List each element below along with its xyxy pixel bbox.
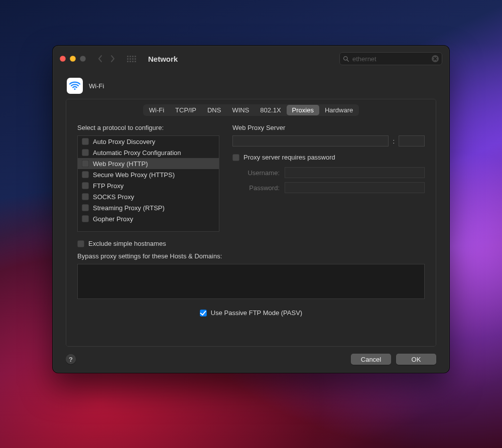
protocol-row[interactable]: Gopher Proxy <box>78 213 219 224</box>
sheet: Wi-Fi Wi-FiTCP/IPDNSWINS802.1XProxiesHar… <box>53 72 449 373</box>
settings-panel: Wi-FiTCP/IPDNSWINS802.1XProxiesHardware … <box>66 99 436 347</box>
window-controls <box>60 56 86 62</box>
ok-button[interactable]: OK <box>396 354 436 365</box>
forward-button[interactable] <box>110 55 115 63</box>
search-icon <box>343 56 349 62</box>
exclude-hostnames-checkbox[interactable] <box>77 240 84 247</box>
protocol-row[interactable]: FTP Proxy <box>78 180 219 191</box>
protocol-checkbox[interactable] <box>82 138 89 145</box>
protocol-checkbox[interactable] <box>82 160 89 167</box>
exclude-hostnames-row[interactable]: Exclude simple hostnames <box>77 240 425 247</box>
password-label: Password: <box>232 184 280 192</box>
server-row: : <box>232 135 425 146</box>
protocol-checkbox[interactable] <box>82 171 89 178</box>
proxy-port-field[interactable] <box>399 135 425 146</box>
search-value: ethernet <box>352 55 429 63</box>
protocol-heading: Select a protocol to configure: <box>77 124 219 131</box>
search-field[interactable]: ethernet <box>339 52 442 65</box>
show-all-button[interactable] <box>127 55 136 62</box>
password-row: Password: <box>232 182 425 193</box>
protocol-row[interactable]: Streaming Proxy (RTSP) <box>78 202 219 213</box>
pasv-row[interactable]: Use Passive FTP Mode (PASV) <box>77 309 425 317</box>
pasv-checkbox[interactable] <box>200 310 207 317</box>
requires-password-label: Proxy server requires password <box>243 154 335 161</box>
protocol-checkbox[interactable] <box>82 204 89 211</box>
requires-password-row[interactable]: Proxy server requires password <box>232 154 425 161</box>
protocol-label: Web Proxy (HTTP) <box>93 160 148 168</box>
tab-dns[interactable]: DNS <box>202 105 226 115</box>
clear-search-button[interactable] <box>432 55 439 62</box>
svg-point-2 <box>74 88 75 90</box>
protocol-row[interactable]: Auto Proxy Discovery <box>78 136 219 147</box>
nav-buttons <box>98 55 115 63</box>
protocol-label: Gopher Proxy <box>93 215 133 223</box>
back-button[interactable] <box>98 55 103 63</box>
protocol-row[interactable]: SOCKS Proxy <box>78 191 219 202</box>
protocol-row[interactable]: Web Proxy (HTTP) <box>78 158 219 169</box>
svg-line-1 <box>347 60 348 61</box>
cancel-button[interactable]: Cancel <box>351 354 391 365</box>
zoom-window-button[interactable] <box>80 56 86 62</box>
protocol-checkbox[interactable] <box>82 215 89 222</box>
pasv-label: Use Passive FTP Mode (PASV) <box>211 309 302 317</box>
requires-password-checkbox[interactable] <box>232 154 239 161</box>
protocol-label: Auto Proxy Discovery <box>93 138 155 145</box>
server-heading: Web Proxy Server <box>232 124 425 131</box>
columns: Select a protocol to configure: Auto Pro… <box>77 124 425 232</box>
exclude-hostnames-label: Exclude simple hostnames <box>88 240 166 247</box>
help-button[interactable]: ? <box>66 354 76 364</box>
username-label: Username: <box>232 169 280 177</box>
tab-bar: Wi-FiTCP/IPDNSWINS802.1XProxiesHardware <box>143 104 359 116</box>
username-field[interactable] <box>285 167 425 178</box>
tab-proxies[interactable]: Proxies <box>287 105 319 115</box>
protocol-label: FTP Proxy <box>93 182 123 190</box>
interface-header: Wi-Fi <box>67 78 436 94</box>
tab-wifi[interactable]: Wi-Fi <box>144 105 170 115</box>
protocol-label: Automatic Proxy Configuration <box>93 149 181 157</box>
tab-hardware[interactable]: Hardware <box>319 105 358 115</box>
minimize-window-button[interactable] <box>70 56 76 62</box>
protocol-list[interactable]: Auto Proxy DiscoveryAutomatic Proxy Conf… <box>77 135 219 232</box>
username-row: Username: <box>232 167 425 178</box>
protocol-label: SOCKS Proxy <box>93 193 134 201</box>
protocol-row[interactable]: Automatic Proxy Configuration <box>78 147 219 158</box>
protocol-label: Streaming Proxy (RTSP) <box>93 204 165 212</box>
tab-tcpip[interactable]: TCP/IP <box>170 105 202 115</box>
host-port-separator: : <box>393 137 395 145</box>
protocol-checkbox[interactable] <box>82 182 89 189</box>
footer: ? Cancel OK <box>66 354 436 365</box>
protocol-label: Secure Web Proxy (HTTPS) <box>93 171 175 179</box>
bypass-textarea[interactable] <box>77 264 425 299</box>
tab-wins[interactable]: WINS <box>226 105 255 115</box>
protocol-row[interactable]: Secure Web Proxy (HTTPS) <box>78 169 219 180</box>
protocol-checkbox[interactable] <box>82 193 89 200</box>
left-column: Select a protocol to configure: Auto Pro… <box>77 124 219 232</box>
window-title: Network <box>148 55 178 63</box>
proxy-host-field[interactable] <box>232 135 389 146</box>
wifi-icon <box>67 78 83 94</box>
protocol-checkbox[interactable] <box>82 149 89 156</box>
network-advanced-window: Network ethernet Wi-Fi <box>52 45 450 373</box>
close-window-button[interactable] <box>60 56 66 62</box>
tab-8021x[interactable]: 802.1X <box>255 105 286 115</box>
right-column: Web Proxy Server : Proxy server requires… <box>232 124 425 232</box>
password-field[interactable] <box>285 182 425 193</box>
interface-name: Wi-Fi <box>89 82 104 90</box>
bypass-label: Bypass proxy settings for these Hosts & … <box>77 252 425 260</box>
titlebar: Network ethernet <box>53 46 449 72</box>
